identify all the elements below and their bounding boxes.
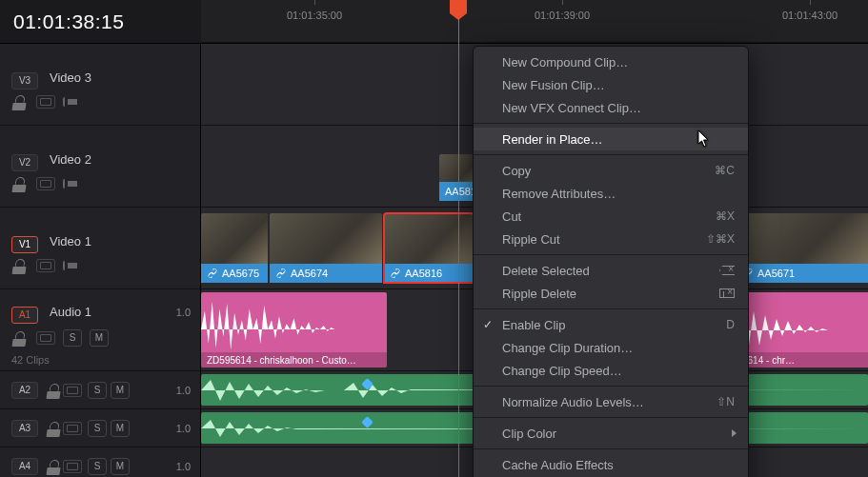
solo-button[interactable]: S [63,329,82,347]
shortcut-label: ⇧N [717,395,735,408]
lock-icon[interactable] [11,95,29,109]
lock-icon[interactable] [46,422,63,435]
menu-cut[interactable]: Cut⌘X [474,205,748,228]
track-header-a1[interactable]: A1 Audio 1 1.0 S M 42 Clips [0,289,200,371]
auto-select-icon[interactable] [63,422,82,435]
flag-icon[interactable] [63,261,78,270]
menu-separator [474,386,748,387]
lock-icon[interactable] [11,331,29,345]
clip-label: ZD595614 - chriskalhoon - Custo… [207,355,356,366]
mute-button[interactable]: M [111,382,130,399]
auto-select-icon[interactable] [36,259,55,272]
ripple-delete-icon [719,288,735,298]
clip-v1-aa5816-selected[interactable]: AA5816 [384,213,474,283]
menu-copy[interactable]: Copy⌘C [474,159,748,182]
lock-icon[interactable] [11,177,29,190]
audio-clip-a1-2[interactable]: 5614 - chr… [737,292,868,368]
menu-normalize-audio[interactable]: Normalize Audio Levels…⇧N [474,390,748,413]
clip-thumbnail [270,213,382,264]
mute-button[interactable]: M [111,458,130,475]
clip-thumbnail [201,213,268,264]
auto-select-icon[interactable] [36,177,55,190]
shortcut-label: ⌘C [715,164,735,177]
track-index-a2[interactable]: A2 [11,382,38,399]
menu-enable-clip[interactable]: Enable ClipD [474,313,748,336]
track-header-v2[interactable]: V2 Video 2 [0,126,200,208]
menu-separator [474,308,748,309]
ruler-tick: 01:01:43:00 [782,10,838,21]
mute-button[interactable]: M [111,420,130,437]
track-index-a4[interactable]: A4 [11,458,38,475]
cursor-icon [697,129,711,149]
shortcut-label: ⇧⌘X [706,232,735,246]
clip-thumbnail [737,213,868,264]
clip-v1-aa5674[interactable]: AA5674 [270,213,382,283]
track-name-a1: Audio 1 [50,305,91,319]
menu-separator [474,123,748,124]
menu-cache-audio-effects[interactable]: Cache Audio Effects [474,453,748,476]
track-index-v2[interactable]: V2 [11,154,38,171]
menu-change-clip-speed[interactable]: Change Clip Speed… [474,359,748,382]
menu-separator [474,417,748,418]
clip-count: 42 Clips [11,354,200,366]
menu-ripple-cut[interactable]: Ripple Cut⇧⌘X [474,228,748,250]
track-headers: V3 Video 3 V2 Video 2 [0,44,201,477]
ruler-tick: 01:01:39:00 [535,10,590,21]
clip-v1-aa5671[interactable]: AA5671 [737,213,868,283]
clip-v1-aa5675[interactable]: AA5675 [201,213,268,283]
backspace-icon [719,266,735,275]
audio-clip-a1-1[interactable]: ZD595614 - chriskalhoon - Custo… [201,292,387,368]
menu-separator [474,448,748,449]
clip-label: 5614 - chr… [742,355,795,366]
track-header-a3[interactable]: A3 S M 1.0 [0,409,200,447]
track-name-v1: Video 1 [50,234,91,248]
track-level-a3: 1.0 [176,423,191,434]
menu-new-compound-clip[interactable]: New Compound Clip… [474,50,748,73]
menu-clip-color[interactable]: Clip Color [474,422,748,445]
track-index-a1[interactable]: A1 [11,307,38,324]
menu-new-fusion-clip[interactable]: New Fusion Clip… [474,73,748,96]
track-header-a4[interactable]: A4 S M 1.0 [0,447,200,477]
flag-icon[interactable] [63,97,78,107]
solo-button[interactable]: S [88,420,107,437]
solo-button[interactable]: S [88,382,107,399]
timeline-ruler[interactable]: 01:01:35:0001:01:39:0001:01:43:00 [201,0,868,43]
menu-separator [474,254,748,255]
track-header-v3[interactable]: V3 Video 3 [0,44,200,126]
auto-select-icon[interactable] [36,95,55,109]
track-level-a4: 1.0 [176,461,191,472]
link-icon [390,268,401,279]
menu-new-vfx-connect-clip[interactable]: New VFX Connect Clip… [474,96,748,119]
track-index-v3[interactable]: V3 [11,72,38,89]
shortcut-label: D [726,318,735,331]
timecode-display: 01:01:38:15 [13,10,124,33]
track-name-v2: Video 2 [50,152,91,167]
track-index-a3[interactable]: A3 [11,420,38,437]
shortcut-label: ⌘X [716,209,735,223]
track-header-a2[interactable]: A2 S M 1.0 [0,371,200,409]
clip-label: AA5671 [757,268,795,279]
mute-button[interactable]: M [90,329,109,347]
lock-icon[interactable] [46,460,63,473]
track-header-v1[interactable]: V1 Video 1 [0,208,200,289]
ruler-tick: 01:01:35:00 [287,10,342,21]
auto-select-icon[interactable] [63,460,82,473]
track-level-a2: 1.0 [176,385,191,396]
lock-icon[interactable] [11,259,29,272]
clip-thumbnail [384,213,474,264]
track-index-v1[interactable]: V1 [11,236,38,253]
auto-select-icon[interactable] [63,384,82,397]
flag-icon[interactable] [63,179,78,189]
track-name-v3: Video 3 [50,70,91,85]
menu-remove-attributes[interactable]: Remove Attributes… [474,182,748,205]
menu-ripple-delete[interactable]: Ripple Delete [474,282,748,305]
link-icon [275,268,287,279]
menu-separator [474,154,748,155]
menu-change-clip-duration[interactable]: Change Clip Duration… [474,336,748,359]
auto-select-icon[interactable] [36,331,55,345]
solo-button[interactable]: S [88,458,107,475]
menu-delete-selected[interactable]: Delete Selected [474,259,748,282]
playhead[interactable] [458,0,459,477]
lock-icon[interactable] [46,384,63,397]
clip-label: AA5675 [222,268,259,279]
